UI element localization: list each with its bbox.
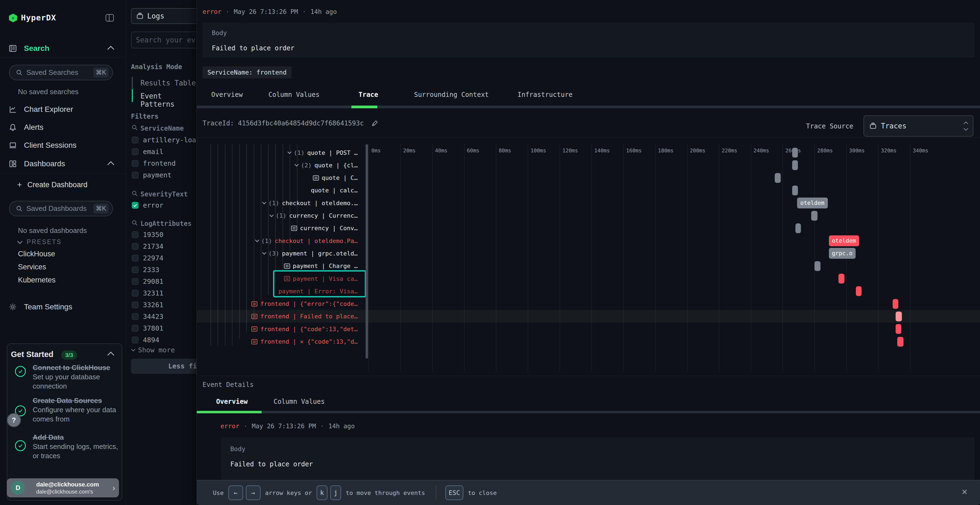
filter-checkbox[interactable]: [132, 313, 138, 320]
filter-checkbox[interactable]: [132, 325, 138, 332]
preset-clickhouse[interactable]: ClickHouse: [18, 250, 55, 258]
filter-item[interactable]: 19350: [132, 231, 163, 239]
filter-checkbox[interactable]: [132, 148, 138, 155]
filter-checkbox[interactable]: [132, 172, 138, 178]
trace-span-bar[interactable]: [811, 211, 817, 221]
filter-item[interactable]: 21734: [132, 243, 163, 250]
chevron-down-icon[interactable]: [294, 162, 299, 167]
search-icon[interactable]: [132, 125, 138, 130]
saved-searches-field[interactable]: [26, 68, 93, 77]
filter-item[interactable]: 34423: [132, 313, 163, 321]
nav-client-sessions[interactable]: Client Sessions: [0, 138, 126, 153]
esc-key[interactable]: ESC: [445, 485, 463, 500]
get-started-item[interactable]: Create Data Sources Configure where your…: [33, 396, 118, 424]
filter-checkbox[interactable]: [132, 266, 138, 273]
event-search-input[interactable]: [131, 32, 208, 48]
filter-checkbox[interactable]: [132, 137, 138, 143]
chevron-up-icon[interactable]: [107, 46, 114, 52]
filter-checkbox[interactable]: [132, 302, 138, 308]
saved-searches-input[interactable]: ⌘K: [9, 65, 113, 80]
filter-item[interactable]: payment: [132, 171, 172, 179]
trace-span-bar[interactable]: [896, 311, 902, 321]
filter-checkbox[interactable]: [132, 202, 138, 209]
trace-span-bar[interactable]: grpc.o: [829, 248, 856, 259]
trace-span-row[interactable]: frontend | ✕ {"code":13,"d…: [197, 335, 358, 348]
filter-item[interactable]: 4894: [132, 336, 159, 344]
help-button[interactable]: ?: [7, 413, 21, 427]
trace-span-row[interactable]: currency | Conv…: [197, 222, 358, 235]
filter-item[interactable]: 29081: [132, 278, 163, 286]
filter-item[interactable]: 37801: [132, 324, 163, 332]
chevron-up-icon[interactable]: [107, 161, 114, 168]
trace-span-row[interactable]: (1)quote | POST …: [197, 146, 358, 159]
trace-span-bar[interactable]: [897, 337, 904, 347]
arrow-left-key[interactable]: ←: [228, 485, 243, 500]
search-icon[interactable]: [132, 191, 138, 197]
mode-event-patterns[interactable]: Event Patterns: [140, 92, 197, 108]
filter-item[interactable]: artillery-loa: [132, 136, 196, 144]
show-more-button[interactable]: Show more: [132, 346, 175, 354]
filter-checkbox[interactable]: [132, 255, 138, 262]
nav-search[interactable]: Search: [0, 41, 126, 56]
source-select[interactable]: Logs: [131, 8, 208, 24]
trace-span-bar[interactable]: oteldem: [829, 235, 859, 246]
filter-item[interactable]: frontend: [132, 159, 176, 167]
trace-span-bar[interactable]: [896, 324, 901, 334]
trace-span-bar[interactable]: [792, 148, 798, 157]
event-search-field[interactable]: [136, 36, 203, 44]
saved-dashboards-field[interactable]: [26, 204, 93, 213]
k-key[interactable]: k: [317, 485, 328, 500]
j-key[interactable]: j: [330, 485, 341, 500]
trace-span-bar[interactable]: [815, 261, 821, 271]
filter-checkbox[interactable]: [132, 243, 138, 250]
trace-span-bar[interactable]: [792, 160, 798, 170]
nav-chart-explorer[interactable]: Chart Explorer: [0, 102, 126, 117]
create-dashboard-button[interactable]: + Create Dashboard: [17, 180, 88, 189]
get-started-item[interactable]: Connect to ClickHouse Set up your databa…: [33, 363, 118, 391]
ed-tab-overview[interactable]: Overview: [216, 398, 248, 405]
filter-checkbox[interactable]: [132, 290, 138, 297]
filter-checkbox[interactable]: [132, 160, 138, 167]
trace-span-row[interactable]: (1)checkout | oteldemo.Pa…: [197, 235, 358, 247]
chevron-down-icon[interactable]: [262, 200, 267, 205]
trace-span-bar[interactable]: [838, 274, 845, 284]
trace-span-row[interactable]: frontend | {"error":{"code…: [197, 298, 358, 310]
servicename-chip[interactable]: ServiceName: frontend: [202, 67, 291, 78]
tab-overview[interactable]: Overview: [211, 91, 243, 98]
user-menu[interactable]: D dale@clickhouse.com dale@clickhouse.co…: [7, 478, 119, 497]
filter-item[interactable]: error: [132, 201, 163, 209]
chevron-down-icon[interactable]: [262, 251, 267, 255]
trace-span-row[interactable]: (1)currency | Currenc…: [197, 210, 358, 222]
nav-team-settings[interactable]: Team Settings: [0, 299, 126, 314]
trace-span-bar[interactable]: [892, 299, 898, 309]
filter-item[interactable]: 32311: [132, 289, 163, 297]
get-started-item[interactable]: Add Data Start sending logs, metrics, or…: [33, 433, 118, 461]
filter-item[interactable]: 33261: [132, 301, 163, 309]
ed-tab-column-values[interactable]: Column Values: [274, 398, 325, 405]
trace-span-row[interactable]: quote | calc…: [197, 184, 358, 197]
filter-item[interactable]: email: [132, 148, 163, 156]
trace-span-bar[interactable]: [856, 286, 862, 296]
filter-checkbox[interactable]: [132, 278, 138, 285]
chevron-down-icon[interactable]: [288, 150, 292, 154]
trace-span-bar[interactable]: [775, 173, 781, 183]
trace-span-row[interactable]: (1)checkout | oteldemo.…: [197, 197, 358, 209]
preset-services[interactable]: Services: [18, 263, 46, 271]
search-icon[interactable]: [132, 220, 138, 226]
trace-span-row[interactable]: frontend | Failed to place…: [197, 310, 358, 323]
chevron-down-icon[interactable]: [255, 238, 259, 243]
trace-span-row[interactable]: frontend | {"code":13,"det…: [197, 323, 358, 335]
tab-surrounding-context[interactable]: Surrounding Context: [414, 91, 489, 98]
filter-checkbox[interactable]: [132, 337, 138, 343]
filter-item[interactable]: 2333: [132, 266, 159, 274]
trace-span-row[interactable]: (3)payment | grpc.oteld…: [197, 247, 358, 260]
arrow-right-key[interactable]: →: [246, 485, 261, 500]
tab-column-values[interactable]: Column Values: [269, 91, 320, 98]
filter-item[interactable]: 22974: [132, 254, 163, 262]
tab-trace[interactable]: Trace: [358, 91, 378, 98]
filter-checkbox[interactable]: [132, 231, 138, 238]
sidebar-collapse-icon[interactable]: [106, 14, 114, 22]
trace-source-select[interactable]: Traces: [864, 115, 974, 137]
trace-span-bar[interactable]: oteldem: [797, 197, 828, 208]
preset-kubernetes[interactable]: Kubernetes: [18, 276, 56, 284]
